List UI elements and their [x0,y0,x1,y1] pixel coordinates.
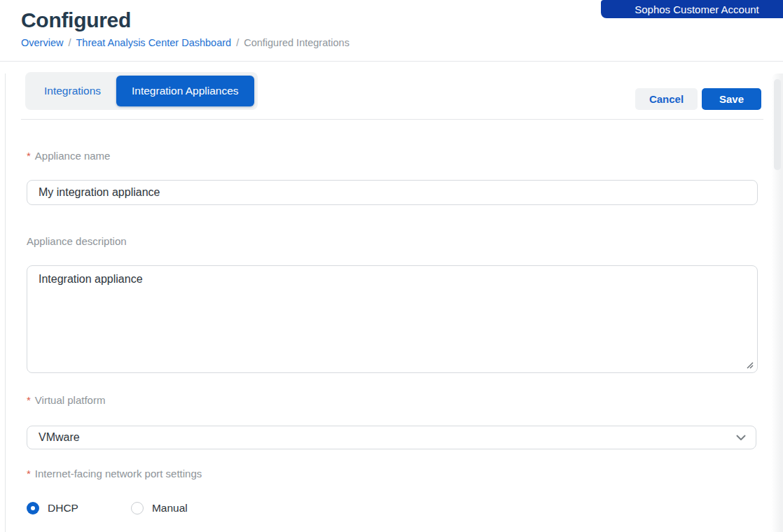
breadcrumb-separator: / [68,37,71,48]
breadcrumb-current: Configured Integrations [244,37,349,48]
tab-group: Integrations Integration Appliances [25,72,258,110]
radio-manual-label: Manual [152,502,188,514]
radio-manual-icon[interactable] [131,502,144,514]
resize-handle-icon[interactable] [746,361,754,369]
virtual-platform-select[interactable]: VMware [27,426,756,449]
label-text: Appliance name [35,150,111,162]
radio-option-manual[interactable]: Manual [131,502,188,514]
breadcrumb-link-threat-analysis-center-dashboard[interactable]: Threat Analysis Center Dashboard [76,37,231,48]
virtual-platform-label: * Virtual platform [27,394,783,406]
breadcrumb-link-overview[interactable]: Overview [21,37,63,48]
appliance-description-textarea[interactable]: Integration appliance [27,265,758,373]
select-value: VMware [39,431,80,444]
save-button[interactable]: Save [702,88,761,110]
required-marker: * [27,394,31,406]
toolbar-divider [21,119,763,120]
appliance-name-label: * Appliance name [27,150,783,162]
scrollbar-thumb[interactable] [774,79,781,170]
tab-label: Integration Appliances [132,85,239,97]
chevron-down-icon [736,435,746,441]
label-text: Internet-facing network port settings [35,468,202,479]
tab-label: Integrations [44,85,101,97]
tab-integration-appliances[interactable]: Integration Appliances [116,76,254,106]
label-text: Appliance description [27,235,127,247]
port-settings-radio-group: DHCP Manual [27,502,783,514]
tab-integrations[interactable]: Integrations [29,76,116,106]
appliance-name-input[interactable] [27,180,758,205]
appliance-form: * Appliance name Appliance description I… [0,150,783,514]
panel-left-edge [5,74,6,532]
port-settings-label: * Internet-facing network port settings [27,468,783,479]
appliance-description-label: Appliance description [27,235,783,247]
radio-option-dhcp[interactable]: DHCP [27,502,78,514]
toolbar: Integrations Integration Appliances Canc… [25,72,761,110]
main-content: Integrations Integration Appliances Canc… [0,72,783,532]
account-ribbon-label: Sophos Customer Account [635,4,759,15]
label-text: Virtual platform [35,394,106,406]
required-marker: * [27,468,31,479]
breadcrumb-separator: / [236,37,239,48]
scrollbar[interactable] [771,74,783,532]
cancel-button[interactable]: Cancel [635,88,698,110]
action-buttons: Cancel Save [635,88,761,110]
account-ribbon: Sophos Customer Account [601,0,783,18]
radio-dhcp-icon[interactable] [27,502,39,514]
radio-dhcp-label: DHCP [48,502,78,514]
required-marker: * [27,150,31,162]
breadcrumb: Overview / Threat Analysis Center Dashbo… [21,37,783,48]
appliance-description-wrap: Integration appliance [27,265,758,373]
